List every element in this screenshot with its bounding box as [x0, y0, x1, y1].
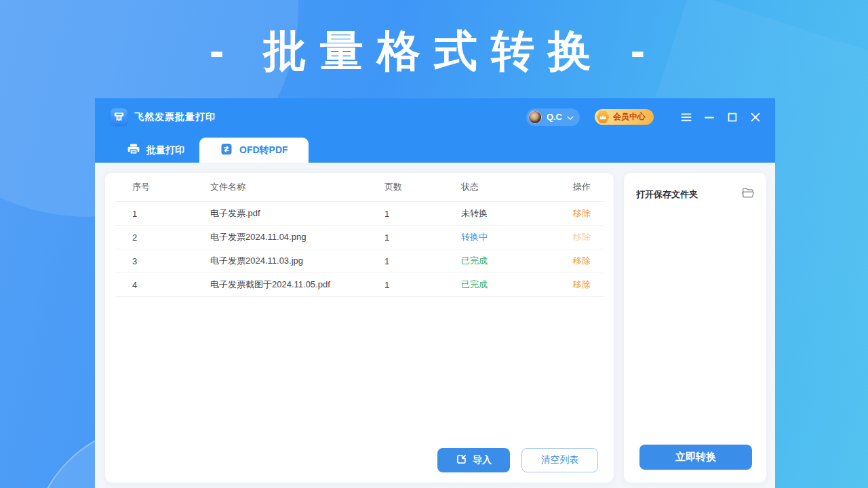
content-area: 序号 文件名称 页数 状态 操作 1 电子发票.pdf 1 未转换 移除 2 电…: [95, 163, 775, 488]
titlebar: 飞然发票批量打印 Q.C 会员中心: [95, 98, 775, 136]
cell-no: 1: [132, 209, 210, 219]
table-header-row: 序号 文件名称 页数 状态 操作: [115, 173, 604, 202]
cell-pages: 1: [384, 232, 461, 243]
open-save-folder[interactable]: 打开保存文件夹: [624, 173, 766, 201]
user-name: Q.C: [547, 112, 562, 122]
chevron-down-icon: [567, 111, 574, 123]
cell-pages: 1: [384, 280, 461, 290]
file-list-card: 序号 文件名称 页数 状态 操作 1 电子发票.pdf 1 未转换 移除 2 电…: [105, 173, 614, 483]
titlebar-right: Q.C 会员中心: [526, 108, 761, 126]
column-header-filename: 文件名称: [210, 181, 384, 193]
file-table: 序号 文件名称 页数 状态 操作 1 电子发票.pdf 1 未转换 移除 2 电…: [115, 173, 604, 297]
minimize-icon[interactable]: [704, 112, 715, 123]
save-panel-card: 打开保存文件夹 立即转换: [624, 173, 766, 483]
status-badge: 转换中: [461, 231, 573, 243]
cell-pages: 1: [384, 209, 461, 219]
import-icon: [456, 453, 467, 467]
cell-filename: 电子发票2024.11.04.png: [210, 231, 384, 243]
table-row: 1 电子发票.pdf 1 未转换 移除: [115, 202, 604, 226]
cell-no: 2: [132, 232, 210, 243]
cell-no: 4: [132, 280, 210, 290]
tab-label: OFD转PDF: [239, 144, 288, 157]
column-header-action: 操作: [573, 181, 598, 193]
user-account-menu[interactable]: Q.C: [526, 108, 580, 126]
tab-label: 批量打印: [146, 144, 184, 157]
convert-now-button[interactable]: 立即转换: [639, 445, 752, 470]
column-header-pages: 页数: [384, 181, 461, 193]
maximize-icon[interactable]: [727, 112, 738, 123]
status-badge: 已完成: [461, 279, 573, 291]
folder-icon: [741, 187, 754, 201]
open-save-folder-label: 打开保存文件夹: [636, 188, 698, 201]
close-icon[interactable]: [750, 112, 761, 123]
printer-icon: [127, 142, 140, 158]
convert-now-label: 立即转换: [675, 451, 716, 464]
table-row: 4 电子发票截图于2024.11.05.pdf 1 已完成 移除: [115, 273, 604, 297]
remove-link[interactable]: 移除: [573, 231, 598, 243]
status-badge: 未转换: [461, 207, 573, 220]
table-row: 2 电子发票2024.11.04.png 1 转换中 移除: [115, 226, 604, 249]
tab-batch-print[interactable]: 批量打印: [112, 138, 199, 163]
cell-filename: 电子发票2024.11.03.jpg: [210, 255, 384, 267]
tabbar: 批量打印 OFD转PDF: [95, 136, 775, 163]
menu-icon[interactable]: [681, 112, 692, 123]
cell-no: 3: [132, 256, 210, 266]
app-window: 飞然发票批量打印 Q.C 会员中心: [95, 98, 775, 488]
app-logo-icon: [111, 108, 127, 125]
crown-icon: [596, 110, 610, 124]
import-button-label: 导入: [473, 454, 492, 466]
clear-list-label: 清空列表: [541, 454, 579, 466]
status-badge: 已完成: [461, 255, 573, 267]
remove-link[interactable]: 移除: [573, 255, 598, 267]
remove-link[interactable]: 移除: [573, 207, 598, 220]
convert-doc-icon: [220, 142, 233, 158]
table-row: 3 电子发票2024.11.03.jpg 1 已完成 移除: [115, 249, 604, 273]
column-header-no: 序号: [132, 181, 210, 193]
import-button[interactable]: 导入: [437, 448, 510, 472]
cell-pages: 1: [384, 256, 461, 266]
cell-filename: 电子发票.pdf: [210, 207, 384, 220]
member-center-label: 会员中心: [613, 111, 646, 123]
member-center-button[interactable]: 会员中心: [595, 109, 654, 125]
tab-ofd-to-pdf[interactable]: OFD转PDF: [199, 138, 309, 163]
clear-list-button[interactable]: 清空列表: [521, 448, 598, 472]
avatar: [528, 110, 542, 124]
page-title: - 批量格式转换 -: [0, 22, 868, 81]
cell-filename: 电子发票截图于2024.11.05.pdf: [210, 279, 384, 291]
window-controls: [681, 112, 761, 123]
column-header-status: 状态: [461, 181, 573, 193]
remove-link[interactable]: 移除: [573, 279, 598, 291]
app-title: 飞然发票批量打印: [134, 111, 216, 123]
